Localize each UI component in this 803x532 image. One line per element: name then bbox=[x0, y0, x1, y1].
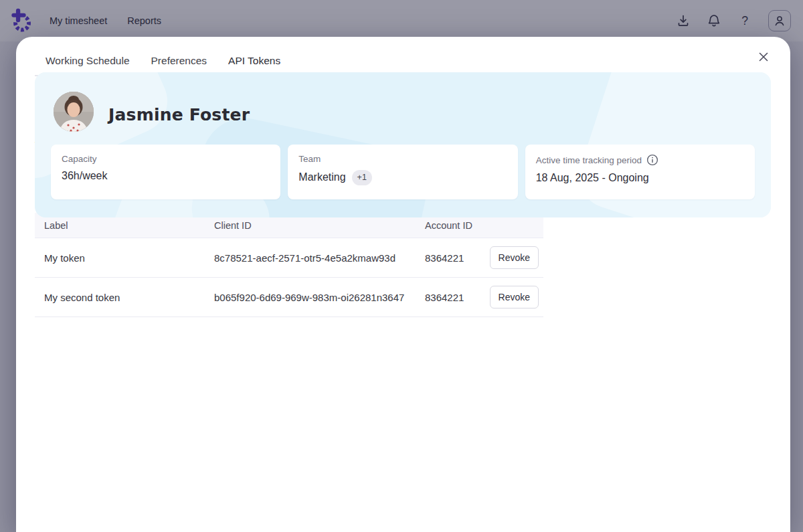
table-row: My second token b065f920-6d69-969w-983m-… bbox=[35, 278, 543, 317]
capacity-label: Capacity bbox=[62, 154, 270, 164]
table-row: My token 8c78521-aecf-2571-otr5-4e5a2kma… bbox=[35, 238, 543, 278]
revoke-token-button[interactable]: Revoke bbox=[490, 286, 539, 308]
profile-header-panel: Jasmine Foster Capacity 36h/week Team Ma… bbox=[35, 72, 771, 217]
info-icon[interactable] bbox=[646, 154, 658, 166]
tracking-period-card: Active time tracking period 18 Aug, 2025… bbox=[525, 145, 755, 199]
user-profile-modal: Jasmine Foster Capacity 36h/week Team Ma… bbox=[16, 37, 790, 532]
revoke-token-button[interactable]: Revoke bbox=[490, 246, 539, 269]
token-account-id: 8364221 bbox=[416, 252, 495, 264]
token-client-id: b065f920-6d69-969w-983m-oi26281n3647 bbox=[205, 292, 416, 303]
column-header-label: Label bbox=[35, 220, 205, 231]
token-account-id: 8364221 bbox=[416, 292, 495, 303]
team-overflow-badge[interactable]: +1 bbox=[352, 170, 372, 185]
capacity-value: 36h/week bbox=[62, 170, 270, 182]
close-icon[interactable] bbox=[754, 48, 773, 66]
token-client-id: 8c78521-aecf-2571-otr5-4e5a2kmaw93d bbox=[205, 252, 416, 264]
token-label: My second token bbox=[35, 292, 205, 303]
avatar bbox=[54, 92, 94, 132]
team-value: Marketing +1 bbox=[298, 170, 507, 185]
team-card: Team Marketing +1 bbox=[288, 145, 517, 199]
tracking-period-label: Active time tracking period bbox=[536, 154, 744, 166]
profile-name: Jasmine Foster bbox=[108, 105, 250, 124]
profile-info-cards: Capacity 36h/week Team Marketing +1 Acti… bbox=[51, 145, 755, 199]
column-header-client-id: Client ID bbox=[205, 220, 416, 231]
token-label: My token bbox=[35, 252, 205, 264]
tracking-period-value: 18 Aug, 2025 - Ongoing bbox=[536, 172, 744, 184]
tracking-period-label-text: Active time tracking period bbox=[536, 155, 642, 165]
column-header-account-id: Account ID bbox=[416, 220, 495, 231]
team-label: Team bbox=[298, 154, 507, 164]
capacity-card: Capacity 36h/week bbox=[51, 145, 280, 199]
api-tokens-table: Label Client ID Account ID My token 8c78… bbox=[35, 213, 543, 317]
team-name: Marketing bbox=[298, 171, 345, 183]
